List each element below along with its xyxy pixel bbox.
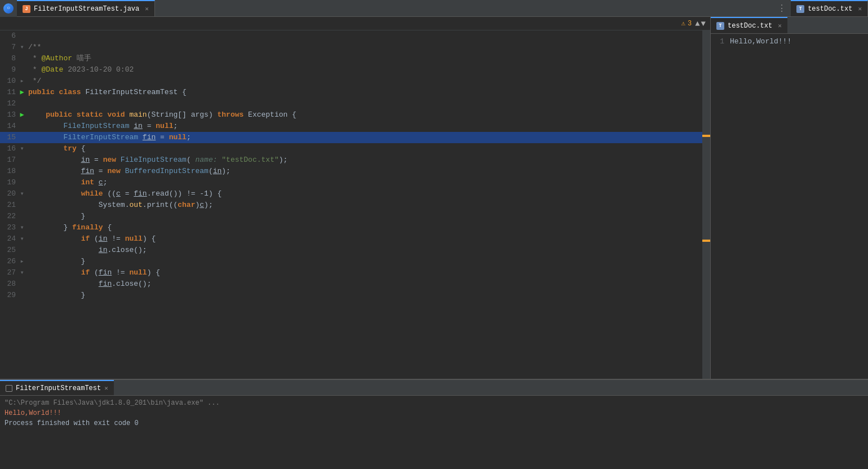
table-row: 17 in = new FileInputStream( name: "test… [0,154,702,166]
nav-arrows: ▲ ▼ [695,19,706,28]
table-row: 19 int c; [0,177,702,188]
line-num-13: 13 [0,109,16,121]
line-num-27: 27 [0,267,16,278]
line-num-10: 10 [0,76,16,87]
code-21: System.out.print((char)c); [28,200,213,211]
right-tab-bar: T testDoc.txt ✕ [711,17,868,34]
gutter-23: ▾ [16,222,28,233]
table-row: 26 ▸ } [0,256,702,267]
fold-icon-26[interactable]: ▸ [20,258,24,266]
bottom-tab-close-btn[interactable]: ✕ [104,384,108,392]
gutter-26: ▸ [16,256,28,267]
run-icon-11[interactable]: ▶ [20,89,24,96]
code-table: 6 7 ▾ /** 8 * @Author 喵手 [0,30,702,379]
gutter-27: ▾ [16,267,28,278]
nav-up-arrow[interactable]: ▲ [695,19,699,28]
gutter-10: ▸ [16,76,28,87]
table-row: 20 ▾ while ((c = fin.read()) != -1) { [0,188,702,200]
scroll-marker-2 [702,240,710,242]
right-content: 1 Hello,World!!! [711,34,868,379]
code-7: /** [28,42,41,53]
line-num-24: 24 [0,233,16,245]
gutter-16: ▾ [16,143,28,154]
fold-icon-7[interactable]: ▾ [20,43,24,51]
gutter-7: ▾ [16,42,28,53]
code-17: in = new FileInputStream( name: "testDoc… [28,154,287,166]
table-row: 9 * @Date 2023-10-20 0:02 [0,64,702,76]
line-num-26: 26 [0,256,16,267]
fold-icon-16[interactable]: ▾ [20,145,24,153]
code-19: int c; [28,177,107,188]
table-row: 22 } [0,211,702,222]
line-num-12: 12 [0,98,16,109]
editor-panel: ⚠ 3 ▲ ▼ 6 7 [0,17,710,379]
txt-file-icon: T [796,5,804,13]
editor-toolbar: ⚠ 3 ▲ ▼ [0,17,710,30]
table-row: 8 * @Author 喵手 [0,53,702,64]
table-row: 15 FilterInputStream fin = null; [0,132,702,143]
table-row: 25 in.close(); [0,245,702,256]
nav-down-arrow[interactable]: ▼ [701,19,706,28]
line-num-29: 29 [0,290,16,301]
line-num-6: 6 [0,30,16,42]
right-code-line-1: Hello,World!!! [730,36,791,47]
line-num-7: 7 [0,42,16,53]
main-tab-close[interactable]: ✕ [145,5,149,12]
table-row: 28 fin.close(); [0,278,702,290]
main-area: ⚠ 3 ▲ ▼ 6 7 [0,17,868,379]
scroll-marker-1 [702,135,710,137]
code-9: * @Date 2023-10-20 0:02 [28,64,134,76]
right-panel: T testDoc.txt ✕ 1 Hello,World!!! [710,17,868,379]
run-icon-13[interactable]: ▶ [20,111,24,119]
line-num-25: 25 [0,245,16,256]
right-tab-item[interactable]: T testDoc.txt ✕ [711,17,787,33]
table-row: 29 } [0,290,702,301]
code-container[interactable]: 6 7 ▾ /** 8 * @Author 喵手 [0,30,710,379]
code-8: * @Author 喵手 [28,53,91,64]
right-tab-close-btn[interactable]: ✕ [778,22,782,29]
right-tab-label: testDoc.txt [808,5,852,13]
table-row: 6 [0,30,702,42]
warning-count: 3 [688,20,692,28]
code-27: if (fin != null) { [28,267,160,278]
fold-icon-10[interactable]: ▸ [20,77,24,85]
line-num-21: 21 [0,200,16,211]
code-26: } [28,256,85,267]
code-24: if (in != null) { [28,233,156,245]
bottom-panel: FilterInputStreamTest ✕ "C:\Program File… [0,379,868,469]
bottom-tab-item[interactable]: FilterInputStreamTest ✕ [0,380,114,395]
right-code-content: Hello,World!!! [728,34,794,379]
gutter-24: ▾ [16,233,28,245]
main-tab-label: FilterInputStreamTest.java [34,5,139,13]
scroll-map[interactable] [702,30,710,379]
line-num-14: 14 [0,121,16,132]
main-tab[interactable]: J FilterInputStreamTest.java ✕ [17,0,155,16]
table-row: 10 ▸ */ [0,76,702,87]
fold-icon-20[interactable]: ▾ [20,190,24,198]
run-tab-icon [6,385,12,392]
table-row: 23 ▾ } finally { [0,222,702,233]
table-row: 21 System.out.print((char)c); [0,200,702,211]
table-row: 14 FileInputStream in = null; [0,121,702,132]
bottom-content: "C:\Program Files\Java\jdk1.8.0_201\bin\… [0,396,868,469]
table-row: 24 ▾ if (in != null) { [0,233,702,245]
table-row: 27 ▾ if (fin != null) { [0,267,702,278]
line-num-18: 18 [0,166,16,177]
code-18: fin = new BufferedInputStream(in); [28,166,231,177]
output-line: Hello,World!!! [5,408,863,418]
code-25: in.close(); [28,245,147,256]
warning-icon: ⚠ [681,19,685,28]
right-tab-close[interactable]: ✕ [858,5,862,12]
more-actions-icon[interactable]: ⋮ [777,3,786,14]
fold-icon-24[interactable]: ▾ [20,235,24,243]
fold-icon-27[interactable]: ▾ [20,269,24,277]
code-10: */ [28,76,41,87]
line-num-28: 28 [0,278,16,290]
fold-icon-23[interactable]: ▾ [20,224,24,232]
bottom-tab-bar: FilterInputStreamTest ✕ [0,380,868,396]
right-line-numbers: 1 [711,34,728,379]
code-28: fin.close(); [28,278,151,290]
line-num-8: 8 [0,53,16,64]
right-tab[interactable]: T testDoc.txt ✕ [791,0,868,16]
line-num-19: 19 [0,177,16,188]
